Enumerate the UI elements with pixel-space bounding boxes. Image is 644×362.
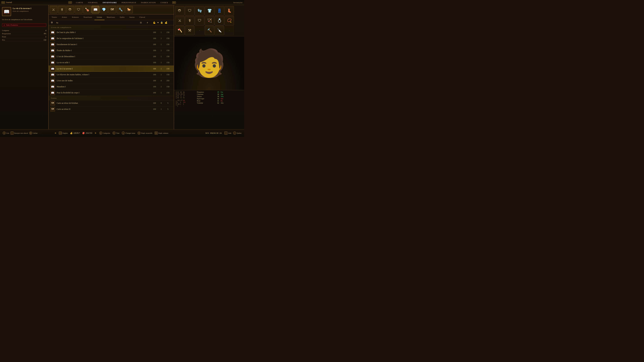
list-item[interactable]: 📖 La vie en selle I 100 1 150 xyxy=(49,60,174,66)
col-price[interactable]: 💰 xyxy=(165,21,167,24)
slot-armor[interactable]: 🛡 xyxy=(185,6,194,15)
item-count-0: 1 xyxy=(159,31,164,34)
cat-icon-filter[interactable]: ⚔ xyxy=(50,6,57,13)
action-trier[interactable]: ✦ Trier xyxy=(112,132,120,135)
list-item[interactable]: 📖 De l'ami le plus fidèle I 100 1 150 xyxy=(49,29,174,35)
col-heart[interactable]: ♥ xyxy=(157,21,159,24)
tab-autres[interactable]: Autres xyxy=(127,14,137,20)
list-item[interactable]: 🗺 Carte au trésor II 100 1 5 xyxy=(49,106,174,112)
btn-badge-lr: L1/R1 xyxy=(59,132,62,135)
col-count[interactable]: # xyxy=(147,21,148,24)
nav-fabrication[interactable]: FABRICATION xyxy=(140,1,156,4)
action-onglets-label: Onglets xyxy=(62,132,68,134)
slot-mace[interactable]: 🔨 xyxy=(205,26,214,35)
tab-toutes[interactable]: Toutes xyxy=(49,14,59,20)
action-categories[interactable]: ⊙ Catégories xyxy=(99,132,110,135)
tab-materiaux[interactable]: Matériaux xyxy=(104,14,118,20)
slot-sword2[interactable]: 🗡 xyxy=(185,16,194,25)
list-item[interactable]: 📖 Marathon I 100 1 150 xyxy=(49,84,174,90)
slot-bow[interactable]: 🏹 xyxy=(205,16,214,25)
list-item[interactable]: 📖 Études du Maître I 100 1 150 xyxy=(49,48,174,54)
cat-icon-food[interactable]: 🍗 xyxy=(83,6,91,13)
cat-icon-helmet[interactable]: ⛑ xyxy=(66,6,74,13)
stat-agi: Agi xyxy=(221,93,243,95)
tab-armes[interactable]: Armes xyxy=(59,14,70,20)
stat-value: 42 xyxy=(217,98,219,99)
tab-livres[interactable]: Livres xyxy=(94,14,104,20)
stat-value: 29 xyxy=(217,91,219,93)
slot-empty1[interactable]: · xyxy=(195,26,204,35)
action-lire[interactable]: ✕ Lire xyxy=(3,132,9,135)
item-list[interactable]: Livres de compétences 📖 De l'ami le plus… xyxy=(49,25,174,129)
list-item-selected[interactable]: 📖 La vie à la taverne I 100 1 150 xyxy=(49,66,174,72)
action-aide[interactable]: □ Aide xyxy=(224,132,231,135)
slot-boots[interactable]: 👢 xyxy=(224,6,234,15)
item-count-2: 1 xyxy=(159,43,164,46)
weapon-val: 0 xyxy=(177,101,180,103)
list-item[interactable]: 📖 Livre rare de Sedlec 100 0 350 xyxy=(49,78,174,84)
btn-badge-x: ✕ xyxy=(3,132,6,135)
col-lock[interactable]: 🔒 xyxy=(160,21,163,24)
list-item[interactable]: 📖 Entraînement de lancier I 100 1 150 xyxy=(49,41,174,48)
item-count-8: 0 xyxy=(159,79,164,82)
item-icon: 📖 xyxy=(50,30,55,35)
slot-necklace[interactable]: 📿 xyxy=(224,16,234,25)
nav-inventaire[interactable]: INVENTAIRE xyxy=(102,1,118,4)
tab-quete[interactable]: Quête xyxy=(118,14,127,20)
tab-nourriture[interactable]: Nourriture xyxy=(81,14,94,20)
nav-carte[interactable]: CARTE xyxy=(75,1,84,4)
stat-charisme: Charisme 30 xyxy=(197,93,219,95)
cat-icon-horse[interactable]: 🐎 xyxy=(125,6,133,13)
tab-cheval[interactable]: Cheval xyxy=(137,14,148,20)
item-icon: 📖 xyxy=(50,42,55,47)
slot-sword1[interactable]: ⚔ xyxy=(175,16,184,25)
list-item[interactable]: 🗺 Carte au trésor de Krizhan 100 0 5 xyxy=(49,100,174,106)
stat-label: Én. xyxy=(221,100,223,102)
slot-knife[interactable]: 🔪 xyxy=(215,26,224,35)
cat-icon-material[interactable]: 💎 xyxy=(100,6,108,13)
action-quitter[interactable]: ○ Quitter xyxy=(233,132,242,135)
journal-label[interactable]: Journal xyxy=(6,1,12,4)
cat-icon-chest[interactable]: 🛡 xyxy=(75,6,82,13)
sort-az-icon[interactable]: Az xyxy=(55,21,59,24)
nav-codex[interactable]: CODEX xyxy=(160,1,169,4)
action-ceinture[interactable]: R3 Empl. ceinture xyxy=(155,132,168,135)
slot-ring1[interactable]: 💍 xyxy=(215,16,224,25)
slot-helmet[interactable]: ⛑ xyxy=(175,6,184,15)
action-lacher[interactable]: R1 Lâcher xyxy=(29,132,38,135)
armor-val: 34 xyxy=(177,95,180,97)
item-weight-5: 100 xyxy=(150,61,159,64)
item-icon: 📖 xyxy=(50,54,55,59)
list-item[interactable]: 📖 De la composition de l'alchimie I 100 … xyxy=(49,35,174,41)
nav-journal[interactable]: JOURNAL xyxy=(87,1,99,4)
cat-icon-quest[interactable]: 🗺 xyxy=(108,6,116,13)
slot-hands[interactable]: 🧤 xyxy=(195,6,204,15)
cat-icon-book[interactable]: 📖 xyxy=(92,6,99,13)
cat-icon-other[interactable]: 🔧 xyxy=(117,6,124,13)
stat-bruit: Bruit 41 xyxy=(197,100,219,102)
nav-arrow-right: ► xyxy=(94,132,97,134)
slot-axe1[interactable]: 🪓 xyxy=(175,26,184,35)
list-item[interactable]: 📖 L'Art de Démosthène I 100 1 150 xyxy=(49,54,174,60)
action-changer-tenue[interactable]: △ Changer tenue xyxy=(122,132,135,135)
slot-chest[interactable]: 👕 xyxy=(205,6,214,15)
slot-axe2[interactable]: ⚒ xyxy=(185,26,194,35)
cat-icon-all[interactable]: 🗡 xyxy=(58,6,66,13)
col-strength[interactable]: 💪 xyxy=(153,21,156,24)
col-weight[interactable]: ⚖ xyxy=(140,21,142,24)
item-icon: 📖 xyxy=(50,48,55,53)
stat-en: Én. xyxy=(221,100,243,102)
list-item[interactable]: 📖 Pour la flexibilité du corps I 100 1 1… xyxy=(49,90,174,96)
slot-shield[interactable]: 🛡 xyxy=(195,16,204,25)
slot-empty2[interactable]: · xyxy=(224,26,234,35)
nav-personnage[interactable]: PERSONNAGE xyxy=(121,1,137,4)
action-escarcelle[interactable]: R Empl. escarcelle xyxy=(138,132,152,135)
action-envoyer[interactable]: □ Envoyer vers cheval xyxy=(10,132,28,135)
tab-armures[interactable]: Armures xyxy=(70,14,81,20)
item-weight-0: 100 xyxy=(150,31,159,34)
list-item[interactable]: 📖 Les Œuvres des mains habiles, volume I… xyxy=(49,72,174,78)
action-onglets[interactable]: L1/R1 Onglets xyxy=(59,132,68,135)
slot-legs[interactable]: 👖 xyxy=(215,6,224,15)
filter-icon[interactable]: ⚙ xyxy=(50,21,54,24)
item-price-1: 150 xyxy=(164,37,172,40)
